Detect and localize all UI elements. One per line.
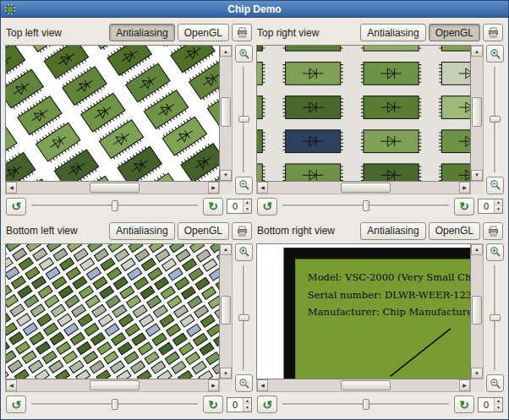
zoom-slider[interactable]	[238, 65, 251, 174]
rotate-right-button[interactable]: ↻	[203, 395, 223, 413]
zoom-out-button[interactable]	[486, 177, 504, 194]
rotate-slider[interactable]	[30, 199, 200, 214]
print-button[interactable]	[483, 24, 503, 41]
rotate-slider[interactable]	[281, 199, 451, 214]
zoom-in-button[interactable]	[235, 45, 253, 63]
zoom-spinbox[interactable]: 0 ▲ ▼	[227, 397, 252, 412]
scroll-left-button[interactable]: ◀	[6, 379, 17, 391]
rotate-right-button[interactable]: ↻	[454, 198, 474, 215]
rotate-left-button[interactable]: ↺	[257, 395, 277, 413]
rotate-slider[interactable]	[30, 397, 200, 412]
opengl-button[interactable]: OpenGL	[429, 24, 480, 41]
scroll-down-button[interactable]: ▼	[220, 170, 232, 181]
h-scroll-track[interactable]	[17, 182, 208, 194]
scroll-up-button[interactable]: ▲	[471, 244, 483, 255]
rotate-slider-handle[interactable]	[112, 200, 118, 211]
scroll-left-button[interactable]: ◀	[6, 182, 17, 194]
v-scroll-track[interactable]	[471, 255, 483, 368]
zoom-spinbox[interactable]: 0 ▲ ▼	[227, 199, 252, 214]
spin-up-button[interactable]: ▲	[244, 199, 251, 206]
zoom-slider-handle[interactable]	[490, 116, 501, 123]
h-scroll-thumb[interactable]	[90, 183, 140, 193]
graphics-view[interactable]	[5, 243, 220, 380]
vertical-scrollbar[interactable]: ▲ ▼	[220, 243, 233, 380]
zoom-in-button[interactable]	[486, 45, 504, 63]
rotate-left-button[interactable]: ↺	[257, 198, 277, 215]
print-button[interactable]	[232, 24, 252, 41]
zoom-in-button[interactable]	[486, 243, 504, 261]
vertical-scrollbar[interactable]: ▲ ▼	[471, 45, 484, 182]
spin-down-button[interactable]: ▼	[244, 206, 251, 213]
scroll-down-button[interactable]: ▼	[220, 368, 232, 379]
antialiasing-button[interactable]: Antialiasing	[360, 24, 425, 41]
rotate-slider-handle[interactable]	[112, 399, 118, 410]
scroll-right-button[interactable]: ▶	[459, 182, 470, 194]
graphics-view[interactable]	[256, 45, 471, 182]
rotate-slider-handle[interactable]	[363, 200, 369, 211]
spin-down-button[interactable]: ▼	[495, 206, 502, 213]
spin-down-button[interactable]: ▼	[244, 405, 251, 412]
rotate-left-button[interactable]: ↺	[6, 395, 26, 413]
opengl-button[interactable]: OpenGL	[178, 222, 229, 240]
scroll-up-button[interactable]: ▲	[471, 46, 483, 57]
scroll-right-button[interactable]: ▶	[208, 182, 219, 194]
rotate-slider[interactable]	[281, 397, 451, 412]
v-scroll-thumb[interactable]	[472, 296, 482, 325]
v-scroll-track[interactable]	[471, 57, 483, 170]
zoom-slider[interactable]	[489, 264, 502, 373]
spin-up-button[interactable]: ▲	[244, 398, 251, 405]
print-button[interactable]	[232, 222, 252, 240]
spin-up-button[interactable]: ▲	[495, 398, 502, 405]
graphics-view[interactable]	[5, 45, 220, 182]
opengl-button[interactable]: OpenGL	[178, 24, 229, 41]
titlebar[interactable]: Chip Demo	[1, 1, 508, 18]
spin-up-button[interactable]: ▲	[495, 199, 502, 206]
zoom-spinbox[interactable]: 0 ▲ ▼	[478, 199, 503, 214]
vertical-scrollbar[interactable]: ▲ ▼	[220, 45, 233, 182]
v-scroll-track[interactable]	[220, 255, 232, 368]
scroll-left-button[interactable]: ◀	[257, 182, 268, 194]
horizontal-scrollbar[interactable]: ◀ ▶	[256, 182, 471, 194]
antialiasing-button[interactable]: Antialiasing	[109, 222, 174, 240]
h-scroll-track[interactable]	[268, 182, 459, 194]
zoom-out-button[interactable]	[235, 177, 253, 194]
h-scroll-thumb[interactable]	[341, 183, 391, 193]
opengl-button[interactable]: OpenGL	[429, 222, 480, 240]
graphics-view[interactable]: Model: VSC-2000 (Very Small Chip) at 9Se…	[256, 243, 471, 380]
zoom-in-button[interactable]	[235, 243, 253, 261]
v-scroll-thumb[interactable]	[221, 296, 231, 325]
horizontal-scrollbar[interactable]: ◀ ▶	[5, 182, 220, 194]
horizontal-scrollbar[interactable]: ◀ ▶	[256, 379, 471, 392]
zoom-out-button[interactable]	[486, 374, 504, 392]
zoom-out-button[interactable]	[235, 374, 253, 392]
scroll-down-button[interactable]: ▼	[471, 170, 483, 181]
h-scroll-thumb[interactable]	[90, 380, 140, 390]
zoom-slider-handle[interactable]	[238, 314, 249, 321]
rotate-left-button[interactable]: ↺	[6, 198, 26, 215]
zoom-slider-handle[interactable]	[238, 116, 249, 123]
horizontal-scrollbar[interactable]: ◀ ▶	[5, 379, 220, 392]
rotate-slider-handle[interactable]	[363, 399, 369, 410]
zoom-slider[interactable]	[489, 65, 502, 174]
v-scroll-track[interactable]	[220, 57, 232, 170]
scroll-up-button[interactable]: ▲	[220, 46, 232, 57]
spin-down-button[interactable]: ▼	[495, 405, 502, 412]
h-scroll-thumb[interactable]	[341, 380, 391, 390]
scroll-left-button[interactable]: ◀	[257, 379, 268, 391]
scroll-right-button[interactable]: ▶	[208, 379, 219, 391]
antialiasing-button[interactable]: Antialiasing	[360, 222, 425, 240]
vertical-scrollbar[interactable]: ▲ ▼	[471, 243, 484, 380]
scroll-up-button[interactable]: ▲	[220, 244, 232, 255]
zoom-slider[interactable]	[238, 264, 251, 373]
v-scroll-thumb[interactable]	[221, 97, 231, 127]
v-scroll-thumb[interactable]	[472, 97, 482, 127]
scroll-down-button[interactable]: ▼	[471, 368, 483, 379]
h-scroll-track[interactable]	[268, 379, 459, 391]
antialiasing-button[interactable]: Antialiasing	[109, 24, 174, 41]
rotate-right-button[interactable]: ↻	[203, 198, 223, 215]
zoom-spinbox[interactable]: 0 ▲ ▼	[478, 397, 503, 412]
scroll-right-button[interactable]: ▶	[459, 379, 470, 391]
rotate-right-button[interactable]: ↻	[454, 395, 474, 413]
zoom-slider-handle[interactable]	[490, 314, 501, 321]
print-button[interactable]	[483, 222, 503, 240]
